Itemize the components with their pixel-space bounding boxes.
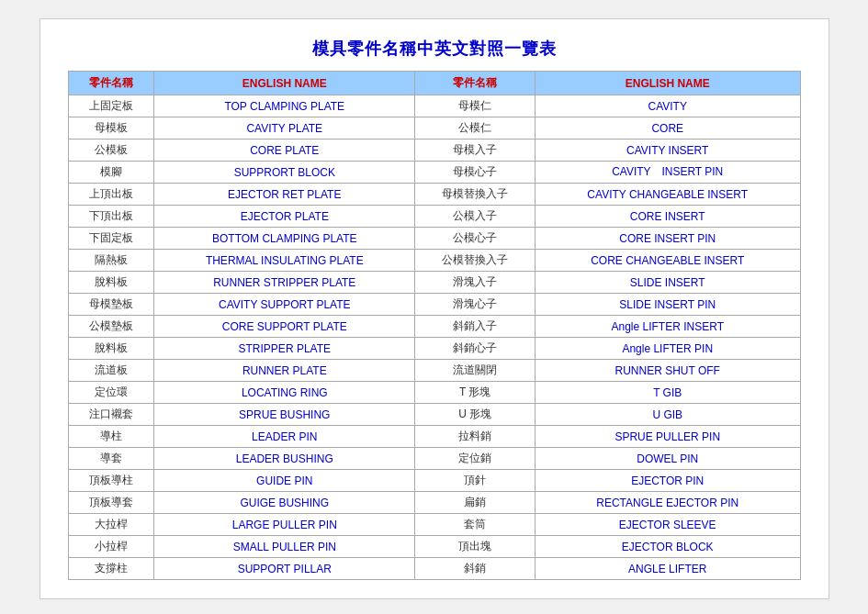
cell-zh1: 下固定板	[68, 228, 154, 250]
header-col3: 零件名稱	[415, 72, 535, 95]
cell-en1: RUNNER STRIPPER PLATE	[154, 272, 415, 294]
cell-en1: LEADER BUSHING	[154, 448, 415, 470]
cell-en2: RECTANGLE EJECTOR PIN	[535, 492, 800, 514]
cell-zh1: 頂板導套	[68, 492, 154, 514]
cell-zh1: 下頂出板	[68, 206, 154, 228]
cell-zh2: 扁銷	[415, 492, 535, 514]
cell-zh2: 滑塊入子	[415, 272, 535, 294]
table-row: 母模墊板CAVITY SUPPORT PLATE滑塊心子SLIDE INSERT…	[68, 294, 800, 316]
table-row: 上頂出板EJECTOR RET PLATE母模替換入子CAVITY CHANGE…	[68, 184, 800, 206]
cell-en1: GUIGE BUSHING	[154, 492, 415, 514]
cell-zh2: 母模心子	[415, 162, 535, 184]
table-row: 流道板RUNNER PLATE流道關閉RUNNER SHUT OFF	[68, 360, 800, 382]
cell-zh1: 注口襯套	[68, 404, 154, 426]
header-col1: 零件名稱	[68, 72, 154, 95]
table-row: 定位環LOCATING RINGT 形塊T GIB	[68, 382, 800, 404]
cell-en1: THERMAL INSULATING PLATE	[154, 250, 415, 272]
table-row: 下頂出板EJECTOR PLATE公模入子CORE INSERT	[68, 206, 800, 228]
cell-zh1: 脫料板	[68, 272, 154, 294]
cell-en2: ANGLE LIFTER	[535, 558, 800, 580]
cell-en1: RUNNER PLATE	[154, 360, 415, 382]
cell-en2: CORE INSERT PIN	[535, 228, 800, 250]
cell-en1: SMALL PULLER PIN	[154, 536, 415, 558]
table-row: 下固定板BOTTOM CLAMPING PLATE公模心子CORE INSERT…	[68, 228, 800, 250]
cell-zh1: 流道板	[68, 360, 154, 382]
cell-zh1: 公模板	[68, 140, 154, 162]
cell-en1: BOTTOM CLAMPING PLATE	[154, 228, 415, 250]
cell-en2: Angle LIFTER INSERT	[535, 316, 800, 338]
cell-en2: CAVITY CHANGEABLE INSERT	[535, 184, 800, 206]
cell-zh1: 小拉桿	[68, 536, 154, 558]
cell-en1: CAVITY SUPPORT PLATE	[154, 294, 415, 316]
cell-en2: CAVITY INSERT	[535, 140, 800, 162]
cell-zh2: U 形塊	[415, 404, 535, 426]
cell-en2: CAVITY	[535, 95, 800, 117]
cell-zh2: 頂針	[415, 470, 535, 492]
cell-en2: SPRUE PULLER PIN	[535, 426, 800, 448]
cell-en1: SUPPORT PILLAR	[154, 558, 415, 580]
table-row: 脫料板STRIPPER PLATE斜銷心子Angle LIFTER PIN	[68, 338, 800, 360]
cell-en2: Angle LIFTER PIN	[535, 338, 800, 360]
cell-zh2: 流道關閉	[415, 360, 535, 382]
table-header-row: 零件名稱 ENGLISH NAME 零件名稱 ENGLISH NAME	[68, 72, 800, 95]
table-row: 注口襯套SPRUE BUSHINGU 形塊U GIB	[68, 404, 800, 426]
cell-en1: LEADER PIN	[154, 426, 415, 448]
table-row: 模腳SUPPRORT BLOCK母模心子CAVITY INSERT PIN	[68, 162, 800, 184]
cell-en2: RUNNER SHUT OFF	[535, 360, 800, 382]
table-row: 導套LEADER BUSHING定位銷DOWEL PIN	[68, 448, 800, 470]
cell-en2: EJECTOR PIN	[535, 470, 800, 492]
cell-zh1: 支撐柱	[68, 558, 154, 580]
cell-en2: U GIB	[535, 404, 800, 426]
cell-en1: EJECTOR PLATE	[154, 206, 415, 228]
table-row: 頂板導套GUIGE BUSHING扁銷RECTANGLE EJECTOR PIN	[68, 492, 800, 514]
cell-en1: CAVITY PLATE	[154, 117, 415, 140]
cell-en1: CORE PLATE	[154, 140, 415, 162]
cell-zh2: 斜銷心子	[415, 338, 535, 360]
table-row: 上固定板TOP CLAMPING PLATE母模仁CAVITY	[68, 95, 800, 117]
cell-zh1: 大拉桿	[68, 514, 154, 536]
cell-zh2: 滑塊心子	[415, 294, 535, 316]
table-row: 公模板CORE PLATE母模入子CAVITY INSERT	[68, 140, 800, 162]
cell-en2: CORE CHANGEABLE INSERT	[535, 250, 800, 272]
cell-zh2: 斜銷	[415, 558, 535, 580]
page-title: 模具零件名稱中英文對照一覽表	[68, 38, 801, 60]
table-row: 小拉桿SMALL PULLER PIN頂出塊EJECTOR BLOCK	[68, 536, 800, 558]
cell-en1: STRIPPER PLATE	[154, 338, 415, 360]
cell-zh1: 脫料板	[68, 338, 154, 360]
table-row: 公模墊板CORE SUPPORT PLATE斜銷入子Angle LIFTER I…	[68, 316, 800, 338]
cell-zh1: 模腳	[68, 162, 154, 184]
cell-en2: EJECTOR BLOCK	[535, 536, 800, 558]
table-row: 脫料板RUNNER STRIPPER PLATE滑塊入子SLIDE INSERT	[68, 272, 800, 294]
table-row: 頂板導柱GUIDE PIN頂針EJECTOR PIN	[68, 470, 800, 492]
cell-en1: SUPPRORT BLOCK	[154, 162, 415, 184]
cell-en2: DOWEL PIN	[535, 448, 800, 470]
cell-en1: LARGE PULLER PIN	[154, 514, 415, 536]
cell-en1: EJECTOR RET PLATE	[154, 184, 415, 206]
cell-en2: CORE	[535, 117, 800, 140]
cell-en1: GUIDE PIN	[154, 470, 415, 492]
cell-en2: EJECTOR SLEEVE	[535, 514, 800, 536]
cell-en2: SLIDE INSERT PIN	[535, 294, 800, 316]
cell-en2: CAVITY INSERT PIN	[535, 162, 800, 184]
cell-en1: TOP CLAMPING PLATE	[154, 95, 415, 117]
cell-zh1: 隔熱板	[68, 250, 154, 272]
cell-zh1: 母模板	[68, 117, 154, 140]
cell-zh2: 定位銷	[415, 448, 535, 470]
cell-zh2: 套筒	[415, 514, 535, 536]
cell-zh1: 公模墊板	[68, 316, 154, 338]
cell-en1: CORE SUPPORT PLATE	[154, 316, 415, 338]
cell-en2: CORE INSERT	[535, 206, 800, 228]
page-container: 模具零件名稱中英文對照一覽表 零件名稱 ENGLISH NAME 零件名稱 EN…	[39, 18, 829, 599]
cell-zh1: 定位環	[68, 382, 154, 404]
cell-zh2: T 形塊	[415, 382, 535, 404]
cell-zh2: 斜銷入子	[415, 316, 535, 338]
table-row: 大拉桿LARGE PULLER PIN套筒EJECTOR SLEEVE	[68, 514, 800, 536]
cell-zh2: 頂出塊	[415, 536, 535, 558]
table-row: 導柱LEADER PIN拉料銷SPRUE PULLER PIN	[68, 426, 800, 448]
header-col4: ENGLISH NAME	[535, 72, 800, 95]
cell-zh1: 頂板導柱	[68, 470, 154, 492]
cell-zh2: 公模仁	[415, 117, 535, 140]
cell-en1: SPRUE BUSHING	[154, 404, 415, 426]
cell-zh1: 上頂出板	[68, 184, 154, 206]
cell-zh2: 母模替換入子	[415, 184, 535, 206]
